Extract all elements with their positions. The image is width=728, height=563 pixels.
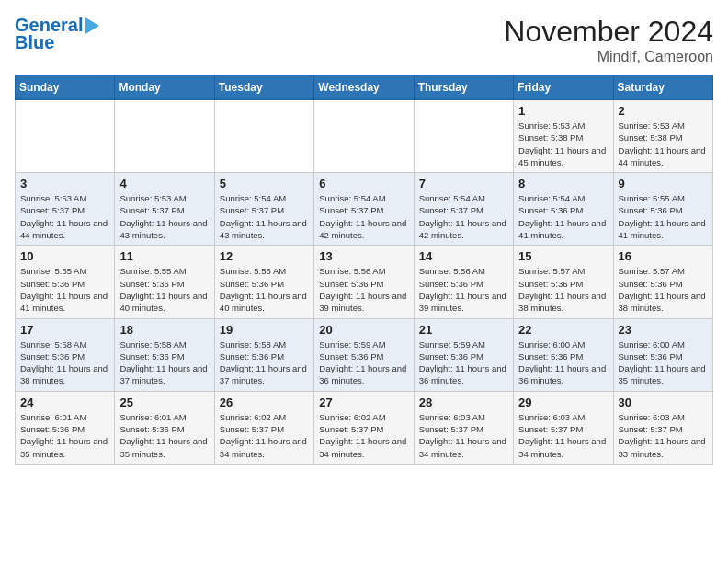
page-subtitle: Mindif, Cameroon bbox=[504, 49, 713, 65]
calendar-cell: 14Sunrise: 5:56 AM Sunset: 5:36 PM Dayli… bbox=[414, 246, 513, 318]
weekday-header-sunday: Sunday bbox=[16, 75, 115, 100]
day-info: Sunrise: 6:02 AM Sunset: 5:37 PM Dayligh… bbox=[319, 411, 408, 460]
day-number: 5 bbox=[220, 177, 309, 190]
calendar-cell: 19Sunrise: 5:58 AM Sunset: 5:36 PM Dayli… bbox=[214, 318, 313, 391]
calendar-cell: 15Sunrise: 5:57 AM Sunset: 5:36 PM Dayli… bbox=[514, 246, 613, 318]
day-info: Sunrise: 5:55 AM Sunset: 5:36 PM Dayligh… bbox=[119, 265, 209, 314]
day-info: Sunrise: 5:53 AM Sunset: 5:37 PM Dayligh… bbox=[119, 192, 209, 241]
day-info: Sunrise: 6:01 AM Sunset: 5:36 PM Dayligh… bbox=[20, 411, 109, 460]
day-number: 14 bbox=[419, 249, 508, 263]
calendar-cell bbox=[414, 100, 513, 173]
logo-arrow-icon bbox=[85, 17, 99, 34]
day-number: 22 bbox=[518, 323, 608, 337]
day-info: Sunrise: 5:58 AM Sunset: 5:36 PM Dayligh… bbox=[119, 339, 209, 387]
page-header: General Blue November 2024 Mindif, Camer… bbox=[15, 15, 713, 65]
day-number: 27 bbox=[319, 396, 408, 409]
day-number: 26 bbox=[220, 396, 309, 409]
day-info: Sunrise: 5:53 AM Sunset: 5:38 PM Dayligh… bbox=[518, 120, 608, 168]
calendar-cell: 13Sunrise: 5:56 AM Sunset: 5:36 PM Dayli… bbox=[314, 246, 414, 318]
calendar-week-row: 17Sunrise: 5:58 AM Sunset: 5:36 PM Dayli… bbox=[16, 318, 713, 391]
day-info: Sunrise: 5:55 AM Sunset: 5:36 PM Dayligh… bbox=[619, 192, 708, 241]
day-info: Sunrise: 5:59 AM Sunset: 5:36 PM Dayligh… bbox=[419, 339, 508, 387]
day-number: 20 bbox=[319, 323, 408, 337]
day-number: 23 bbox=[619, 323, 708, 337]
day-info: Sunrise: 5:55 AM Sunset: 5:36 PM Dayligh… bbox=[20, 265, 109, 314]
calendar-cell: 23Sunrise: 6:00 AM Sunset: 5:36 PM Dayli… bbox=[613, 318, 712, 391]
calendar-cell: 27Sunrise: 6:02 AM Sunset: 5:37 PM Dayli… bbox=[314, 391, 414, 464]
day-info: Sunrise: 5:53 AM Sunset: 5:38 PM Dayligh… bbox=[619, 120, 708, 168]
day-info: Sunrise: 5:56 AM Sunset: 5:36 PM Dayligh… bbox=[319, 265, 408, 314]
weekday-header-saturday: Saturday bbox=[613, 75, 712, 100]
day-info: Sunrise: 5:54 AM Sunset: 5:36 PM Dayligh… bbox=[518, 192, 608, 241]
weekday-header-tuesday: Tuesday bbox=[214, 75, 313, 100]
logo: General Blue bbox=[15, 15, 99, 53]
calendar-cell: 20Sunrise: 5:59 AM Sunset: 5:36 PM Dayli… bbox=[314, 318, 414, 391]
calendar-cell: 1Sunrise: 5:53 AM Sunset: 5:38 PM Daylig… bbox=[514, 100, 613, 173]
day-info: Sunrise: 6:03 AM Sunset: 5:37 PM Dayligh… bbox=[419, 411, 508, 460]
weekday-header-wednesday: Wednesday bbox=[314, 75, 414, 100]
calendar-cell: 12Sunrise: 5:56 AM Sunset: 5:36 PM Dayli… bbox=[214, 246, 313, 318]
day-info: Sunrise: 5:56 AM Sunset: 5:36 PM Dayligh… bbox=[419, 265, 508, 314]
calendar-cell: 10Sunrise: 5:55 AM Sunset: 5:36 PM Dayli… bbox=[16, 246, 115, 318]
calendar-cell bbox=[16, 100, 115, 173]
day-number: 12 bbox=[220, 249, 309, 263]
calendar-cell: 18Sunrise: 5:58 AM Sunset: 5:36 PM Dayli… bbox=[115, 318, 214, 391]
day-number: 9 bbox=[619, 177, 708, 190]
day-number: 7 bbox=[419, 177, 508, 190]
calendar-cell: 17Sunrise: 5:58 AM Sunset: 5:36 PM Dayli… bbox=[16, 318, 115, 391]
day-info: Sunrise: 6:03 AM Sunset: 5:37 PM Dayligh… bbox=[619, 411, 708, 460]
day-info: Sunrise: 5:53 AM Sunset: 5:37 PM Dayligh… bbox=[20, 192, 109, 241]
day-number: 6 bbox=[319, 177, 408, 190]
calendar-table: SundayMondayTuesdayWednesdayThursdayFrid… bbox=[15, 75, 713, 465]
day-info: Sunrise: 6:03 AM Sunset: 5:37 PM Dayligh… bbox=[518, 411, 608, 460]
day-number: 29 bbox=[518, 396, 608, 409]
calendar-cell: 16Sunrise: 5:57 AM Sunset: 5:36 PM Dayli… bbox=[613, 246, 712, 318]
day-number: 18 bbox=[119, 323, 209, 337]
day-number: 19 bbox=[220, 323, 309, 337]
calendar-cell: 9Sunrise: 5:55 AM Sunset: 5:36 PM Daylig… bbox=[613, 173, 712, 246]
page-title: November 2024 bbox=[504, 15, 713, 49]
calendar-cell: 4Sunrise: 5:53 AM Sunset: 5:37 PM Daylig… bbox=[115, 173, 214, 246]
day-info: Sunrise: 5:54 AM Sunset: 5:37 PM Dayligh… bbox=[419, 192, 508, 241]
day-info: Sunrise: 5:57 AM Sunset: 5:36 PM Dayligh… bbox=[619, 265, 708, 314]
day-number: 28 bbox=[419, 396, 508, 409]
day-number: 10 bbox=[20, 249, 109, 263]
day-number: 4 bbox=[119, 177, 209, 190]
day-info: Sunrise: 5:54 AM Sunset: 5:37 PM Dayligh… bbox=[220, 192, 309, 241]
calendar-cell: 11Sunrise: 5:55 AM Sunset: 5:36 PM Dayli… bbox=[115, 246, 214, 318]
day-number: 3 bbox=[20, 177, 109, 190]
calendar-cell: 30Sunrise: 6:03 AM Sunset: 5:37 PM Dayli… bbox=[613, 391, 712, 464]
title-block: November 2024 Mindif, Cameroon bbox=[504, 15, 713, 65]
calendar-cell: 21Sunrise: 5:59 AM Sunset: 5:36 PM Dayli… bbox=[414, 318, 513, 391]
weekday-header-thursday: Thursday bbox=[414, 75, 513, 100]
calendar-cell: 7Sunrise: 5:54 AM Sunset: 5:37 PM Daylig… bbox=[414, 173, 513, 246]
calendar-cell: 2Sunrise: 5:53 AM Sunset: 5:38 PM Daylig… bbox=[613, 100, 712, 173]
calendar-cell: 28Sunrise: 6:03 AM Sunset: 5:37 PM Dayli… bbox=[414, 391, 513, 464]
day-info: Sunrise: 5:58 AM Sunset: 5:36 PM Dayligh… bbox=[20, 339, 109, 387]
day-number: 2 bbox=[619, 104, 708, 118]
day-info: Sunrise: 6:00 AM Sunset: 5:36 PM Dayligh… bbox=[619, 339, 708, 387]
calendar-cell: 24Sunrise: 6:01 AM Sunset: 5:36 PM Dayli… bbox=[16, 391, 115, 464]
calendar-week-row: 3Sunrise: 5:53 AM Sunset: 5:37 PM Daylig… bbox=[16, 173, 713, 246]
day-info: Sunrise: 5:57 AM Sunset: 5:36 PM Dayligh… bbox=[518, 265, 608, 314]
day-number: 30 bbox=[619, 396, 708, 409]
calendar-cell bbox=[214, 100, 313, 173]
weekday-header-friday: Friday bbox=[514, 75, 613, 100]
day-number: 15 bbox=[518, 249, 608, 263]
calendar-cell: 8Sunrise: 5:54 AM Sunset: 5:36 PM Daylig… bbox=[514, 173, 613, 246]
day-info: Sunrise: 6:01 AM Sunset: 5:36 PM Dayligh… bbox=[119, 411, 209, 460]
day-number: 16 bbox=[619, 249, 708, 263]
day-info: Sunrise: 5:59 AM Sunset: 5:36 PM Dayligh… bbox=[319, 339, 408, 387]
calendar-cell: 25Sunrise: 6:01 AM Sunset: 5:36 PM Dayli… bbox=[115, 391, 214, 464]
calendar-week-row: 1Sunrise: 5:53 AM Sunset: 5:38 PM Daylig… bbox=[16, 100, 713, 173]
calendar-header-row: SundayMondayTuesdayWednesdayThursdayFrid… bbox=[16, 75, 713, 100]
calendar-cell: 6Sunrise: 5:54 AM Sunset: 5:37 PM Daylig… bbox=[314, 173, 414, 246]
day-number: 25 bbox=[119, 396, 209, 409]
calendar-cell: 5Sunrise: 5:54 AM Sunset: 5:37 PM Daylig… bbox=[214, 173, 313, 246]
calendar-cell: 3Sunrise: 5:53 AM Sunset: 5:37 PM Daylig… bbox=[16, 173, 115, 246]
day-number: 1 bbox=[518, 104, 608, 118]
day-number: 13 bbox=[319, 249, 408, 263]
day-number: 11 bbox=[119, 249, 209, 263]
weekday-header-monday: Monday bbox=[115, 75, 214, 100]
logo-blue: Blue bbox=[15, 32, 54, 53]
